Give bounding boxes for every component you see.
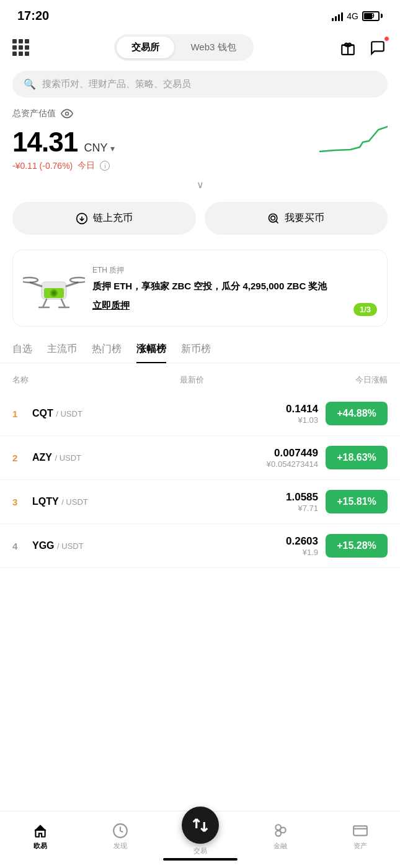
discover-icon: [112, 823, 128, 839]
nav-icons: [338, 38, 388, 58]
coin-rank-4: 4: [12, 541, 25, 551]
home-icon: [32, 823, 48, 839]
action-buttons: 链上充币 我要买币: [0, 196, 400, 247]
portfolio-change: -¥0.11 (-0.76%) 今日 i: [12, 160, 388, 171]
portfolio-value-row: 14.31 CNY ▾: [12, 124, 388, 158]
tab-gainers[interactable]: 涨幅榜: [136, 337, 166, 363]
currency-label: CNY ▾: [84, 142, 115, 154]
coin-info-cqt: CQT / USDT: [32, 408, 176, 419]
nav-item-discover[interactable]: 发现: [99, 823, 142, 851]
top-nav: 交易所 Web3 钱包: [0, 29, 400, 68]
coin-name-ygg: YGG: [32, 540, 55, 551]
coin-row-azy[interactable]: 2 AZY / USDT 0.007449 ¥0.054273414 +18.6…: [0, 436, 400, 480]
nav-item-assets[interactable]: 资产: [339, 823, 382, 851]
battery-level: 39: [363, 12, 378, 19]
portfolio-section: 总资产估值 14.31 CNY ▾ -¥0.11 (-0.76%) 今日 i ∨: [0, 107, 400, 196]
trade-icon: [191, 816, 210, 834]
coin-pair-azy: / USDT: [55, 453, 81, 463]
buy-button[interactable]: 我要买币: [205, 202, 388, 235]
coin-name-cqt: CQT: [32, 408, 53, 418]
nav-label-finance: 金融: [273, 841, 287, 851]
coin-info-ygg: YGG / USDT: [32, 540, 176, 551]
banner-card: ETH 质押 质押 ETH，享独家 ZBC 空投，瓜分 4,295,000 ZB…: [12, 250, 388, 327]
trade-center-button[interactable]: [182, 807, 219, 844]
nav-item-finance[interactable]: 金融: [259, 823, 302, 851]
tab-switcher: 交易所 Web3 钱包: [114, 34, 253, 61]
coin-change-ygg: +15.28%: [326, 534, 388, 558]
coin-price-azy: 0.007449: [176, 447, 319, 459]
coin-pair-cqt: / USDT: [56, 409, 82, 418]
message-icon-btn[interactable]: [368, 38, 388, 58]
nav-item-trade[interactable]: 交易: [179, 818, 222, 856]
coin-price-lqty: 1.0585: [176, 491, 319, 504]
coin-price-col-cqt: 0.1414 ¥1.03: [176, 403, 319, 425]
coin-row-cqt[interactable]: 1 CQT / USDT 0.1414 ¥1.03 +44.88%: [0, 392, 400, 436]
tab-new[interactable]: 新币榜: [181, 337, 211, 363]
coin-info-azy: AZY / USDT: [32, 452, 176, 463]
svg-point-24: [275, 831, 281, 836]
search-bar[interactable]: 🔍 搜索币对、理财产品、策略、交易员: [12, 71, 388, 97]
status-right: 4G 39: [332, 11, 383, 21]
svg-point-3: [66, 112, 69, 115]
nav-label-trade: 交易: [193, 846, 207, 856]
coin-row-ygg[interactable]: 4 YGG / USDT 0.2603 ¥1.9 +15.28%: [0, 524, 400, 568]
signal-bars: [332, 11, 343, 21]
banner-link[interactable]: 立即质押: [92, 300, 130, 310]
nav-label-discover: 发现: [113, 841, 127, 851]
coin-price-cny-ygg: ¥1.9: [176, 548, 319, 557]
message-badge: [384, 36, 389, 42]
coin-price-col-ygg: 0.2603 ¥1.9: [176, 535, 319, 557]
coin-price-cqt: 0.1414: [176, 403, 319, 415]
tab-hot[interactable]: 热门榜: [92, 337, 122, 363]
change-info-icon[interactable]: i: [100, 161, 110, 171]
svg-point-6: [269, 214, 277, 222]
svg-line-7: [276, 220, 278, 223]
status-time: 17:20: [17, 9, 49, 23]
coin-info-lqty: LQTY / USDT: [32, 496, 176, 507]
status-bar: 17:20 4G 39: [0, 0, 400, 29]
market-tabs: 自选 主流币 热门榜 涨幅榜 新币榜: [0, 337, 400, 363]
tab-watchlist[interactable]: 自选: [12, 337, 32, 363]
coin-change-cqt: +44.88%: [326, 402, 388, 425]
coin-price-cny-lqty: ¥7.71: [176, 504, 319, 513]
deposit-button[interactable]: 链上充币: [12, 202, 196, 235]
table-header: 名称 最新价 今日涨幅: [0, 371, 400, 389]
coin-rank-1: 1: [12, 409, 25, 419]
grid-menu-icon[interactable]: [12, 39, 30, 57]
deposit-icon: [76, 212, 88, 225]
nav-item-home[interactable]: 欧易: [19, 823, 62, 851]
battery: 39: [362, 11, 383, 21]
coin-price-col-lqty: 1.0585 ¥7.71: [176, 491, 319, 513]
header-change: 今日涨幅: [355, 374, 388, 386]
svg-line-17: [43, 299, 47, 307]
expand-icon[interactable]: ∨: [12, 171, 388, 196]
search-icon: 🔍: [24, 78, 36, 90]
banner-image: [23, 260, 85, 316]
coin-row-lqty[interactable]: 3 LQTY / USDT 1.0585 ¥7.71 +15.81%: [0, 480, 400, 524]
gift-icon-btn[interactable]: [338, 38, 358, 58]
svg-point-8: [271, 215, 275, 220]
nav-label-assets: 资产: [353, 841, 367, 851]
nav-label-home: 欧易: [33, 841, 47, 851]
svg-rect-25: [353, 826, 367, 835]
coin-name-lqty: LQTY: [32, 496, 59, 507]
coin-pair-lqty: / USDT: [61, 497, 88, 507]
banner-title: 质押 ETH，享独家 ZBC 空投，瓜分 4,295,000 ZBC 奖池: [92, 279, 377, 292]
tab-web3[interactable]: Web3 钱包: [176, 37, 251, 58]
coin-price-col-azy: 0.007449 ¥0.054273414: [176, 447, 319, 469]
banner-counter[interactable]: 1/3: [353, 303, 377, 316]
svg-point-12: [52, 291, 56, 295]
banner-content: ETH 质押 质押 ETH，享独家 ZBC 空投，瓜分 4,295,000 ZB…: [92, 265, 377, 312]
svg-point-15: [23, 278, 38, 283]
home-indicator: [0, 856, 400, 868]
coin-change-azy: +18.63%: [326, 446, 388, 469]
header-price: 最新价: [180, 374, 204, 386]
assets-icon: [352, 823, 368, 839]
tab-mainstream[interactable]: 主流币: [47, 337, 77, 363]
tab-exchange[interactable]: 交易所: [117, 37, 174, 58]
mini-chart: [319, 124, 388, 158]
coin-pair-ygg: / USDT: [57, 541, 84, 551]
eye-icon[interactable]: [61, 107, 73, 120]
coin-name-azy: AZY: [32, 452, 52, 463]
coin-price-cny-azy: ¥0.054273414: [176, 459, 319, 469]
